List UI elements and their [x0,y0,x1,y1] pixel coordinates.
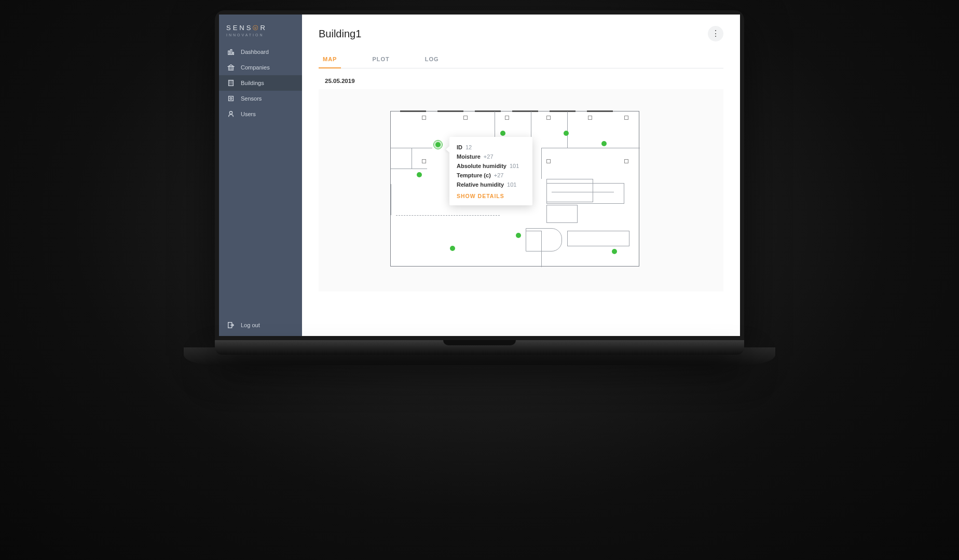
user-icon [227,110,235,118]
header-row: Building1 ⋮ [319,26,723,41]
floorplan-area[interactable]: ID 12 Moisture +27 Absolute humidity 101 [319,89,723,291]
logo-wordmark: SENS⦾R [226,24,295,32]
tooltip-row: Moisture +27 [457,153,525,160]
tooltip-row: Absolute humidity 101 [457,163,525,169]
date-label: 25.05.2019 [325,78,723,84]
screen-bezel: SENS⦾R INNOVATION Dashboard [215,10,744,340]
page-title: Building1 [319,28,361,40]
sensor-marker[interactable] [564,131,569,136]
more-options-button[interactable]: ⋮ [708,26,723,41]
sensor-marker[interactable] [516,233,521,238]
logo-text-b: R [260,24,267,32]
tooltip-row: ID 12 [457,144,525,150]
sensor-tooltip: ID 12 Moisture +27 Absolute humidity 101 [449,137,532,205]
svg-rect-0 [228,51,230,54]
logout-label: Log out [241,322,260,328]
logo-accent-glyph: ⦾ [253,24,260,32]
tooltip-value: +27 [494,172,504,178]
sidebar-footer: Log out [219,314,302,336]
tooltip-label: Relative humidity [457,181,504,188]
laptop-base [215,340,744,355]
logo-text-a: SENS [226,24,253,32]
logout-button[interactable]: Log out [227,321,294,329]
sensor-marker[interactable] [612,249,617,254]
sidebar-item-label: Dashboard [241,49,269,55]
logout-icon [227,321,235,329]
laptop-mockup: SENS⦾R INNOVATION Dashboard [215,10,744,355]
sidebar-item-label: Buildings [241,80,264,86]
sidebar-item-buildings[interactable]: Buildings [219,75,302,91]
bar-chart-icon [227,48,235,55]
logo: SENS⦾R INNOVATION [219,15,302,44]
main-content: Building1 ⋮ MAP PLOT LOG 25.05.2019 [302,15,740,336]
svg-rect-15 [229,96,234,101]
building-icon [227,79,235,87]
svg-rect-1 [230,50,232,55]
tooltip-value: 101 [507,181,516,188]
app-screen: SENS⦾R INNOVATION Dashboard [219,15,740,336]
sidebar-item-sensors[interactable]: Sensors [219,91,302,106]
tooltip-label: Absolute humidity [457,163,506,169]
tab-log[interactable]: LOG [421,51,443,68]
svg-rect-2 [233,52,234,54]
sidebar-item-label: Sensors [241,95,262,102]
tabs: MAP PLOT LOG [319,51,723,68]
more-vertical-icon: ⋮ [711,30,720,38]
svg-rect-8 [229,80,234,86]
show-details-button[interactable]: SHOW DETAILS [457,193,525,199]
svg-point-16 [230,97,232,100]
sensor-icon [227,95,235,102]
sidebar: SENS⦾R INNOVATION Dashboard [219,15,302,336]
tooltip-row: Relative humidity 101 [457,181,525,188]
sidebar-item-label: Companies [241,64,270,71]
sensor-marker[interactable] [500,131,505,136]
laptop-notch [443,340,516,345]
tooltip-label: Moisture [457,153,481,160]
tab-plot[interactable]: PLOT [368,51,393,68]
tooltip-value: 12 [465,144,472,150]
tab-map[interactable]: MAP [319,51,341,68]
sidebar-item-label: Users [241,111,256,117]
sensor-marker[interactable] [417,172,422,177]
sidebar-item-users[interactable]: Users [219,106,302,122]
tooltip-value: 101 [510,163,519,169]
bank-icon [227,64,235,71]
sensor-marker[interactable] [601,141,607,146]
sensor-marker[interactable] [435,142,441,147]
tooltip-row: Tempture (c) +27 [457,172,525,178]
logo-subline: INNOVATION [226,33,295,37]
sidebar-item-companies[interactable]: Companies [219,60,302,75]
tooltip-value: +27 [484,153,494,160]
svg-point-17 [229,111,232,114]
sidebar-nav: Dashboard Companies Buildings [219,44,302,314]
tooltip-label: ID [457,144,462,150]
tooltip-label: Tempture (c) [457,172,491,178]
sensor-marker[interactable] [450,246,455,251]
sidebar-item-dashboard[interactable]: Dashboard [219,44,302,60]
